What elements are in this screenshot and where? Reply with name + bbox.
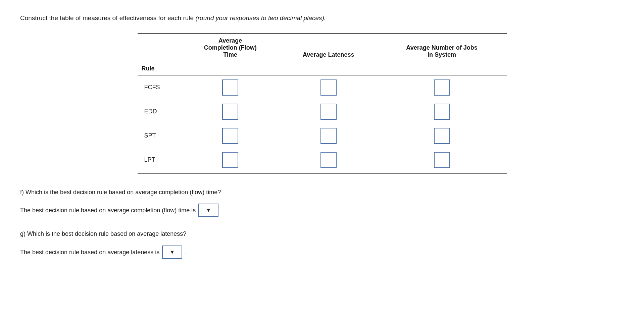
rule-name-cell: SPT [138,124,181,148]
avg-completion-input[interactable] [222,79,238,96]
dropdown-f-arrow: ▼ [206,207,211,213]
avg-jobs-input-cell [377,100,507,124]
avg-lateness-sub [280,62,377,75]
rule-label-header: Rule [138,62,181,75]
avg-jobs-header: Average Number of Jobsin System [377,34,507,62]
avg-completion-input[interactable] [222,152,238,168]
table-row: LPT [138,148,507,174]
avg-completion-input-cell [181,100,280,124]
avg-completion-input[interactable] [222,104,238,120]
avg-completion-sub [181,62,280,75]
effectiveness-table-container: AverageCompletion (Flow)Time Average Lat… [138,33,507,174]
avg-completion-input-cell [181,124,280,148]
rule-name-cell: LPT [138,148,181,174]
avg-jobs-input[interactable] [434,104,450,120]
avg-lateness-input[interactable] [320,79,337,96]
avg-completion-input-cell [181,148,280,174]
avg-lateness-input[interactable] [320,104,337,120]
avg-jobs-input[interactable] [434,152,450,168]
avg-jobs-input-cell [377,148,507,174]
table-row: EDD [138,100,507,124]
question-g: g) Which is the best decision rule based… [20,229,624,239]
avg-jobs-sub [377,62,507,75]
rule-col-header [138,34,181,62]
avg-jobs-input-cell [377,75,507,100]
avg-completion-input-cell [181,75,280,100]
avg-completion-input[interactable] [222,128,238,144]
dropdown-f[interactable]: ▼ [198,204,218,217]
dropdown-g-arrow: ▼ [169,249,175,255]
rule-name-cell: FCFS [138,75,181,100]
rule-name-cell: EDD [138,100,181,124]
avg-jobs-input-cell [377,124,507,148]
instruction-text: Construct the table of measures of effec… [20,13,624,23]
avg-lateness-input[interactable] [320,152,337,168]
avg-lateness-input-cell [280,148,377,174]
question-f: f) Which is the best decision rule based… [20,187,624,197]
table-row: FCFS [138,75,507,100]
effectiveness-table: AverageCompletion (Flow)Time Average Lat… [138,33,507,174]
table-row: SPT [138,124,507,148]
answer-g-line: The best decision rule based on average … [20,246,624,259]
avg-lateness-input[interactable] [320,128,337,144]
avg-jobs-input[interactable] [434,79,450,96]
table-header-row-1: AverageCompletion (Flow)Time Average Lat… [138,34,507,62]
avg-completion-header: AverageCompletion (Flow)Time [181,34,280,62]
avg-lateness-input-cell [280,100,377,124]
answer-f-line: The best decision rule based on average … [20,204,624,217]
table-header-label-row: Rule [138,62,507,75]
dropdown-g[interactable]: ▼ [162,246,182,259]
avg-jobs-input[interactable] [434,128,450,144]
avg-lateness-input-cell [280,124,377,148]
avg-lateness-header: Average Lateness [280,34,377,62]
avg-lateness-input-cell [280,75,377,100]
